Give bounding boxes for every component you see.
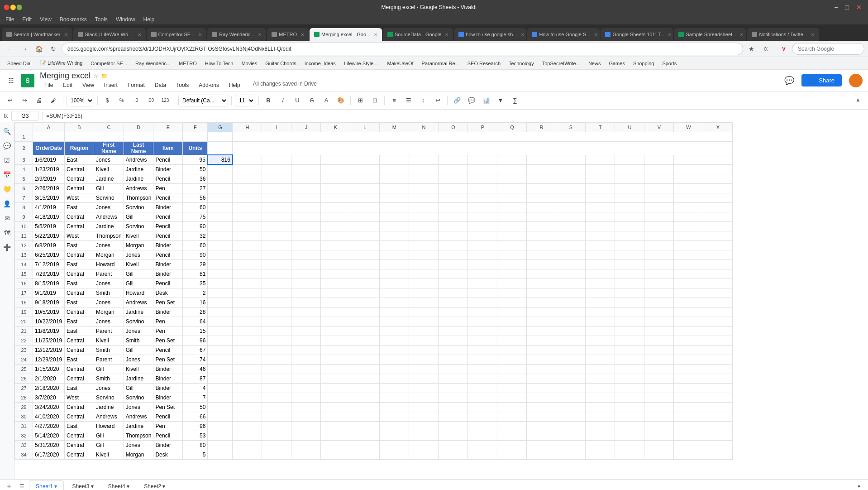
cell-empty[interactable] (527, 250, 556, 259)
cell-empty[interactable] (497, 412, 527, 421)
cell-empty[interactable] (586, 240, 615, 250)
cell-empty[interactable] (644, 155, 674, 164)
menu-tools[interactable]: Tools (91, 15, 111, 24)
cell-empty[interactable] (556, 202, 586, 212)
cell-empty[interactable] (497, 174, 527, 183)
cell-c22[interactable]: Kivell (94, 336, 124, 345)
cell-empty[interactable] (586, 402, 615, 412)
cell-empty[interactable] (380, 355, 409, 364)
cell-empty[interactable] (350, 250, 380, 259)
fill-color-btn[interactable]: 🎨 (334, 94, 347, 107)
cell-empty[interactable] (556, 183, 586, 193)
cell-c23[interactable]: Smith (94, 345, 124, 355)
cell-a15[interactable]: 7/29/2019 (33, 269, 65, 279)
cell-f16[interactable]: 35 (183, 279, 208, 288)
cell-f34[interactable]: 5 (183, 450, 208, 459)
cell-empty[interactable] (291, 155, 321, 164)
cell-empty[interactable] (527, 431, 556, 440)
cell-empty[interactable] (291, 421, 321, 431)
cell-empty[interactable] (468, 383, 497, 393)
cell-empty[interactable] (674, 421, 703, 431)
tab-competitor[interactable]: Competitor SE... ✕ (147, 28, 207, 41)
cell-empty[interactable] (703, 298, 733, 307)
cell-f13[interactable]: 90 (183, 250, 208, 259)
cell-c13[interactable]: Morgan (94, 250, 124, 259)
text-color-btn[interactable]: A (320, 94, 333, 107)
cell-empty[interactable] (291, 202, 321, 212)
cell-a28[interactable]: 3/7/2020 (33, 393, 65, 402)
cell-empty[interactable] (380, 317, 409, 326)
cell-g2[interactable] (208, 142, 233, 155)
cell-empty[interactable] (527, 355, 556, 364)
cell-empty[interactable] (644, 231, 674, 240)
tab-close[interactable]: ✕ (668, 32, 672, 37)
cell-empty[interactable] (468, 202, 497, 212)
cell-empty[interactable] (409, 164, 439, 174)
cell-empty[interactable] (262, 383, 291, 393)
cell-empty[interactable] (439, 221, 468, 231)
cell-empty[interactable] (674, 231, 703, 240)
cell-empty[interactable] (703, 221, 733, 231)
cell-empty[interactable] (674, 307, 703, 317)
cell-f4[interactable]: 50 (183, 164, 208, 174)
cell-empty[interactable] (674, 412, 703, 421)
cell-empty[interactable] (409, 336, 439, 345)
cell-empty[interactable] (409, 355, 439, 364)
cell-b26[interactable]: Central (65, 374, 94, 383)
cell-d31[interactable]: Jardine (124, 421, 153, 431)
sheet-tab-1[interactable]: Sheet1 ▾ (29, 480, 64, 490)
cell-e33[interactable]: Binder (153, 440, 183, 450)
cell-empty[interactable] (350, 317, 380, 326)
cell-empty[interactable] (409, 393, 439, 402)
cell-empty[interactable] (262, 431, 291, 440)
cell-empty[interactable] (468, 288, 497, 298)
cell-empty[interactable] (615, 393, 644, 402)
cell-d15[interactable]: Gill (124, 269, 153, 279)
cell-empty[interactable] (439, 231, 468, 240)
bookmark-seo[interactable]: SEO Research (464, 60, 504, 67)
cell-empty[interactable] (439, 440, 468, 450)
cell-empty[interactable] (291, 183, 321, 193)
sheets-menu-format[interactable]: Format (123, 81, 149, 90)
cell-empty[interactable] (233, 240, 262, 250)
tab-notifications[interactable]: Notifications / Twitte... ✕ (747, 28, 819, 41)
cell-empty[interactable] (439, 212, 468, 221)
cell-b28[interactable]: West (65, 393, 94, 402)
cell-g8[interactable] (208, 202, 233, 212)
cell-empty[interactable] (468, 450, 497, 459)
cell-empty[interactable] (527, 307, 556, 317)
tab-sheets101[interactable]: Google Sheets 101: T... ✕ (601, 28, 673, 41)
cell-empty[interactable] (674, 288, 703, 298)
sheet-tab-4[interactable]: Sheet4 ▾ (102, 480, 136, 490)
bookmark-metro[interactable]: METRO (175, 60, 200, 67)
cell-empty[interactable] (233, 412, 262, 421)
cell-empty[interactable] (409, 288, 439, 298)
cell-empty[interactable] (439, 421, 468, 431)
function-btn[interactable]: ∑ (509, 94, 521, 107)
cell-empty[interactable] (291, 393, 321, 402)
tab-how-to[interactable]: how to use google sh... ✕ (454, 28, 526, 41)
row-num[interactable]: 3 (15, 155, 33, 164)
percent-btn[interactable]: % (115, 94, 128, 107)
cell-empty[interactable] (233, 421, 262, 431)
cell-empty[interactable] (527, 421, 556, 431)
cell-c33[interactable]: Gill (94, 440, 124, 450)
cell-a8[interactable]: 4/1/2019 (33, 202, 65, 212)
sheet-list-btn[interactable]: ☰ (16, 481, 27, 490)
cell-empty[interactable] (380, 393, 409, 402)
cell-d21[interactable]: Jones (124, 326, 153, 336)
cell-empty[interactable] (615, 374, 644, 383)
vivaldi-settings[interactable]: V (777, 43, 790, 55)
cell-e21[interactable]: Pen (153, 326, 183, 336)
cell-f2[interactable]: Units (183, 142, 208, 155)
cell-empty[interactable] (409, 259, 439, 269)
cell-empty[interactable] (262, 393, 291, 402)
bookmark-news[interactable]: News (585, 60, 605, 67)
maximize-btn[interactable]: □ (843, 4, 852, 11)
cell-empty[interactable] (674, 355, 703, 364)
cell-a29[interactable]: 3/24/2020 (33, 402, 65, 412)
cell-empty[interactable] (674, 174, 703, 183)
cell-empty[interactable] (674, 317, 703, 326)
cell-empty[interactable] (439, 317, 468, 326)
cell-empty[interactable] (380, 421, 409, 431)
